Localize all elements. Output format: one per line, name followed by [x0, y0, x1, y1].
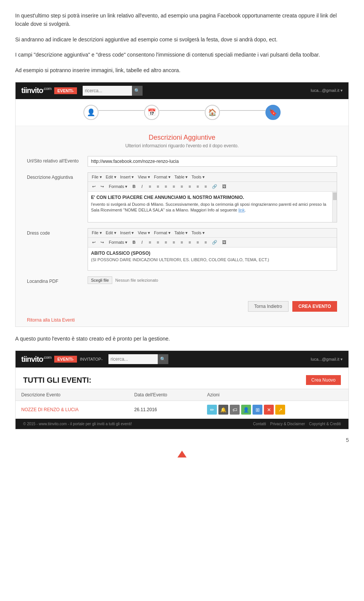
crea-nuovo-button[interactable]: Crea Nuovo [306, 375, 341, 385]
col-date-header: Data dell'Evento [129, 389, 201, 401]
form-content: Url/Sito relativo all'Evento Descrizione… [16, 150, 348, 297]
tb-bold[interactable]: B [130, 183, 137, 190]
event-name-cell: NOZZE DI RENZO & LUCIA [16, 401, 129, 419]
navbar-user[interactable]: luca...@gmail.it ▾ [311, 88, 343, 93]
form-title-section: Descrizioni Aggiuntive Ulteriori informa… [16, 126, 348, 150]
back-button[interactable]: Torna Indietro [248, 301, 289, 312]
editor-2-body[interactable]: ABITO CLASSICO (SPOSO) (SI POSSONO DARE … [88, 248, 337, 270]
footer-privacy-link[interactable]: Privacy & Disclaimer [270, 422, 305, 426]
col-actions-header: Azioni [201, 389, 348, 401]
wizard-step-4[interactable]: 🔖 [265, 105, 281, 120]
tb2-undo[interactable]: ↩ [90, 239, 97, 246]
tb-outdent[interactable]: ≡ [202, 183, 209, 190]
tb2-align-center[interactable]: ≡ [154, 239, 161, 246]
menu2-table[interactable]: Table ▾ [173, 230, 189, 236]
editor-1-scrollbar[interactable] [332, 192, 337, 222]
wizard-step-3[interactable]: 🏠 [205, 105, 220, 120]
tb-link[interactable]: 🔗 [210, 183, 219, 190]
tb2-indent[interactable]: ≡ [194, 239, 201, 246]
tb-indent[interactable]: ≡ [194, 183, 201, 190]
event-name: NOZZE DI RENZO & LUCIA [21, 407, 78, 412]
paragraph-3: I campi "descrizione aggiuntiva" e "dres… [15, 50, 349, 59]
table-row: NOZZE DI RENZO & LUCIA 26.11.2016 ✏ 🔔 🏷 … [16, 401, 348, 419]
menu2-edit[interactable]: Edit ▾ [104, 230, 118, 236]
wizard-line-2 [159, 110, 205, 111]
footer-contact-link[interactable]: Contatti [253, 422, 266, 426]
tb-list-ol[interactable]: ≡ [186, 183, 193, 190]
action-edit-button[interactable]: ✏ [207, 405, 217, 415]
menu-format[interactable]: Format ▾ [152, 174, 172, 180]
table-body: NOZZE DI RENZO & LUCIA 26.11.2016 ✏ 🔔 🏷 … [16, 401, 348, 419]
menu-view[interactable]: View ▾ [136, 174, 152, 180]
wizard-step-1[interactable]: 👤 [83, 105, 99, 120]
tb2-bold[interactable]: B [130, 239, 137, 246]
step-circle-3: 🏠 [205, 105, 220, 120]
search-button-2[interactable]: 🔍 [158, 354, 168, 364]
tb-redo[interactable]: ↪ [99, 183, 106, 190]
navbar-2-user[interactable]: luca...@gmail.it ▾ [311, 357, 343, 362]
action-bell-button[interactable]: 🔔 [218, 405, 228, 415]
file-input-row: Scegli file Nessun file selezionato [88, 276, 337, 284]
paragraph-1: In quest'ultimo step si potrà inserire u… [15, 11, 349, 28]
menu-file[interactable]: File ▾ [90, 174, 104, 180]
menu2-format[interactable]: Format ▾ [152, 230, 172, 236]
menu2-tools[interactable]: Tools ▾ [190, 230, 206, 236]
menu2-insert[interactable]: Insert ▾ [119, 230, 136, 236]
menu-tools[interactable]: Tools ▾ [190, 174, 206, 180]
search-input-2[interactable] [108, 354, 158, 364]
wizard-steps: 👤 📅 🏠 🔖 [16, 99, 348, 126]
action-delete-button[interactable]: ✕ [264, 405, 274, 415]
tb2-align-justify[interactable]: ≡ [170, 239, 177, 246]
navbar-2-invitatop[interactable]: INVITATOP- [80, 357, 103, 361]
tb-image[interactable]: 🖼 [220, 183, 228, 190]
tb2-redo[interactable]: ↪ [99, 239, 106, 246]
locandina-field: Scegli file Nessun file selezionato [88, 276, 337, 284]
events-page-title: TUTTI GLI EVENTI: [23, 376, 91, 385]
col-desc-header: Descrizione Evento [16, 389, 129, 401]
action-tag-button[interactable]: 🏷 [230, 405, 240, 415]
tb-formats[interactable]: Formats ▾ [107, 183, 129, 190]
tb2-list-ol[interactable]: ≡ [186, 239, 193, 246]
wizard-step-2[interactable]: 📅 [144, 105, 159, 120]
action-user-button[interactable]: 👤 [241, 405, 251, 415]
menu-insert[interactable]: Insert ▾ [119, 174, 136, 180]
create-button[interactable]: CREA EVENTO [292, 301, 337, 312]
search-button[interactable]: 🔍 [132, 86, 143, 96]
menu2-file[interactable]: File ▾ [90, 230, 104, 236]
tb2-italic[interactable]: I [138, 239, 145, 246]
tb-undo[interactable]: ↩ [90, 183, 97, 190]
tb2-align-right[interactable]: ≡ [162, 239, 169, 246]
menu2-view[interactable]: View ▾ [136, 230, 152, 236]
tb-align-center[interactable]: ≡ [154, 183, 161, 190]
dress-editor: File ▾ Edit ▾ Insert ▾ View ▾ Format ▾ T… [88, 228, 337, 271]
tb-align-left[interactable]: ≡ [146, 183, 153, 190]
tb2-align-left[interactable]: ≡ [146, 239, 153, 246]
menu-table[interactable]: Table ▾ [173, 174, 189, 180]
file-choose-button[interactable]: Scegli file [88, 276, 112, 284]
tb-align-justify[interactable]: ≡ [170, 183, 177, 190]
editor-1-body[interactable]: E' CON LIETO PIACERE CHE ANNUNCIAMO IL N… [88, 192, 332, 222]
url-input[interactable] [88, 156, 337, 167]
table-header: Descrizione Evento Data dell'Evento Azio… [16, 389, 348, 401]
paragraph-2: Si andranno ad indicare le descrizioni a… [15, 35, 349, 44]
tb2-list-ul[interactable]: ≡ [178, 239, 185, 246]
menu-edit[interactable]: Edit ▾ [104, 174, 118, 180]
editor-2-menubar: File ▾ Edit ▾ Insert ▾ View ▾ Format ▾ T… [88, 229, 337, 238]
footer-copyright-link[interactable]: Copyright & Crediti [309, 422, 341, 426]
tb2-link[interactable]: 🔗 [210, 239, 219, 246]
tb-list-ul[interactable]: ≡ [178, 183, 185, 190]
tb2-formats[interactable]: Formats ▾ [107, 239, 129, 246]
action-share-button[interactable]: ↗ [275, 405, 285, 415]
back-link[interactable]: Ritorna alla Lista Eventi [16, 317, 348, 327]
navbar-2-eventi[interactable]: EVENTI- [54, 356, 77, 363]
event-date: 26.11.2016 [134, 407, 157, 412]
editor-1-bold-title: E' CON LIETO PIACERE CHE ANNUNCIAMO IL N… [91, 195, 329, 200]
tb2-image[interactable]: 🖼 [220, 239, 228, 246]
tb-italic[interactable]: I [138, 183, 145, 190]
navbar-eventi[interactable]: EVENTI- [54, 87, 77, 94]
action-grid-button[interactable]: ⊞ [253, 405, 262, 415]
desc-editor: File ▾ Edit ▾ Insert ▾ View ▾ Format ▾ T… [88, 172, 337, 222]
tb-align-right[interactable]: ≡ [162, 183, 169, 190]
search-input[interactable] [83, 86, 132, 96]
tb2-outdent[interactable]: ≡ [202, 239, 209, 246]
